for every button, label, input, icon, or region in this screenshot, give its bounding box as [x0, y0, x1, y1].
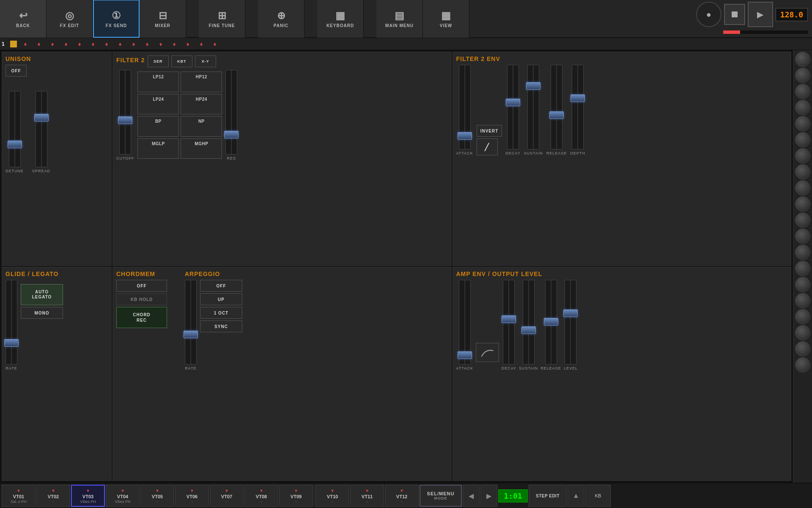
filter-lp24-button[interactable]: LP24 — [137, 94, 179, 115]
amp-level-thumb[interactable] — [563, 309, 578, 317]
kb-hold-button[interactable]: KB HOLD — [116, 293, 167, 305]
sidebar-knob-18[interactable] — [795, 325, 810, 340]
spread-thumb[interactable] — [34, 114, 49, 121]
arp-off-button[interactable]: OFF — [200, 280, 242, 292]
unison-off-button[interactable]: OFF — [5, 65, 27, 77]
f2env-decay-thumb[interactable] — [506, 99, 520, 106]
f2env-release-thumb[interactable] — [549, 111, 564, 119]
sidebar-knob-2[interactable] — [795, 68, 810, 83]
sidebar-knob-20[interactable] — [795, 357, 810, 373]
nav-right-button[interactable]: ▶ — [480, 485, 497, 507]
keyboard-button[interactable]: ▦ KEYBOARD — [317, 0, 364, 38]
vt08-button[interactable]: ▾ VT08 - — [244, 485, 278, 507]
mixer-button[interactable]: ⊟ MIXER — [140, 0, 186, 38]
fx-send-button[interactable]: ① FX SEND — [93, 0, 140, 38]
sidebar-knob-13[interactable] — [795, 245, 810, 260]
f2env-release-slider[interactable] — [551, 65, 562, 149]
glide-rate-slider[interactable] — [5, 280, 17, 364]
amp-attack-slider[interactable] — [459, 280, 471, 364]
sidebar-knob-19[interactable] — [795, 341, 810, 356]
filter-hp12-button[interactable]: HP12 — [181, 72, 222, 92]
f2env-sustain-slider[interactable] — [527, 65, 539, 149]
amp-sustain-thumb[interactable] — [521, 326, 536, 334]
nav-up-button[interactable]: ▲ — [568, 485, 584, 507]
f2env-attack-slider[interactable] — [459, 65, 471, 149]
filter-lp12-button[interactable]: LP12 — [137, 72, 179, 92]
stop-button[interactable] — [724, 4, 745, 25]
f2env-attack-thumb[interactable] — [458, 132, 472, 140]
record-button[interactable]: ● — [696, 2, 721, 27]
filter-bp-button[interactable]: BP — [137, 116, 179, 137]
sidebar-knob-10[interactable] — [795, 196, 810, 212]
amp-decay-thumb[interactable] — [502, 315, 516, 323]
amp-release-thumb[interactable] — [544, 318, 558, 326]
amp-sustain-slider[interactable] — [523, 280, 535, 364]
glide-rate-thumb[interactable] — [4, 339, 19, 347]
vt04-button[interactable]: ▾ VT04 Vibes PH — [106, 485, 140, 507]
arp-rate-slider[interactable] — [185, 280, 197, 364]
filter2-kbt-button[interactable]: KBT — [171, 55, 192, 67]
arp-rate-thumb[interactable] — [184, 331, 198, 338]
sidebar-knob-9[interactable] — [795, 180, 810, 196]
step-edit-button[interactable]: STEP EDIT — [529, 485, 567, 507]
amp-release-slider[interactable] — [545, 280, 557, 364]
chord-rec-button[interactable]: CHORDREC — [116, 307, 167, 328]
vt03-button[interactable]: ▾ VT03 Vibes PH — [71, 485, 105, 507]
sidebar-knob-4[interactable] — [795, 100, 810, 115]
sidebar-knob-6[interactable] — [795, 132, 810, 147]
sel-menu-button[interactable]: SEL/MENU MODE — [420, 485, 462, 507]
vt07-button[interactable]: ▾ VT07 - — [210, 485, 244, 507]
vt02-button[interactable]: ▾ VT02 - — [36, 485, 70, 507]
sidebar-knob-7[interactable] — [795, 148, 810, 163]
play-button[interactable]: ▶ — [748, 2, 773, 27]
sidebar-knob-5[interactable] — [795, 116, 810, 131]
sidebar-knob-17[interactable] — [795, 309, 810, 324]
vt01-button[interactable]: ▾ VT01 Sal..o PH — [2, 485, 36, 507]
cutoff-slider[interactable] — [119, 70, 131, 155]
vt10-button[interactable]: ▾ VT10 - — [315, 485, 349, 507]
vt05-button[interactable]: ▾ VT05 - — [140, 485, 174, 507]
mono-button[interactable]: MONO — [21, 307, 63, 319]
res-thumb[interactable] — [224, 131, 239, 138]
sidebar-knob-16[interactable] — [795, 293, 810, 308]
env-shape-button[interactable]: ╱ — [477, 138, 498, 155]
amp-decay-slider[interactable] — [503, 280, 515, 364]
arp-1oct-button[interactable]: 1 OCT — [200, 307, 242, 319]
amp-attack-thumb[interactable] — [458, 351, 472, 359]
kb-button[interactable]: KB — [585, 485, 611, 507]
auto-legato-button[interactable]: AUTOLEGATO — [21, 284, 63, 305]
back-button[interactable]: ↩ BACK — [0, 0, 47, 38]
sidebar-knob-3[interactable] — [795, 84, 810, 99]
panic-button[interactable]: ⊕ PANIC — [258, 0, 304, 38]
sidebar-knob-14[interactable] — [795, 261, 810, 276]
f2env-depth-slider[interactable] — [572, 65, 584, 149]
fx-edit-button[interactable]: ◎ FX EDIT — [47, 0, 93, 38]
amp-level-slider[interactable] — [565, 280, 576, 364]
filter-mglp-button[interactable]: MGLP — [137, 138, 179, 159]
view-button[interactable]: ▦ VIEW — [423, 0, 469, 38]
filter2-xy-button[interactable]: X-Y — [195, 55, 216, 67]
fine-tune-button[interactable]: ⊞ FINE TUNE — [199, 0, 245, 38]
cutoff-thumb[interactable] — [118, 116, 132, 124]
f2env-decay-slider[interactable] — [507, 65, 519, 149]
vt12-button[interactable]: ▾ VT12 - — [385, 485, 419, 507]
vt11-button[interactable]: ▾ VT11 - — [350, 485, 384, 507]
f2env-sustain-thumb[interactable] — [526, 82, 540, 90]
detune-slider[interactable] — [9, 91, 21, 167]
sidebar-knob-11[interactable] — [795, 213, 810, 228]
invert-button[interactable]: INVERT — [477, 125, 502, 137]
arp-sync-button[interactable]: SYNC — [200, 320, 242, 332]
arp-up-button[interactable]: UP — [200, 293, 242, 305]
chord-off-button[interactable]: OFF — [116, 280, 167, 292]
vt06-button[interactable]: ▾ VT06 - — [175, 485, 209, 507]
amp-env-shape-button[interactable] — [476, 343, 499, 362]
main-menu-button[interactable]: ▤ MAIN MENU — [376, 0, 423, 38]
sidebar-knob-1[interactable] — [795, 52, 810, 67]
vt09-button[interactable]: ▾ VT09 - — [279, 485, 313, 507]
spread-slider[interactable] — [36, 91, 47, 167]
filter-hp24-button[interactable]: HP24 — [181, 94, 222, 115]
detune-thumb[interactable] — [8, 141, 22, 148]
sidebar-knob-12[interactable] — [795, 229, 810, 244]
sidebar-knob-15[interactable] — [795, 277, 810, 292]
filter2-ser-button[interactable]: SER — [148, 55, 169, 67]
